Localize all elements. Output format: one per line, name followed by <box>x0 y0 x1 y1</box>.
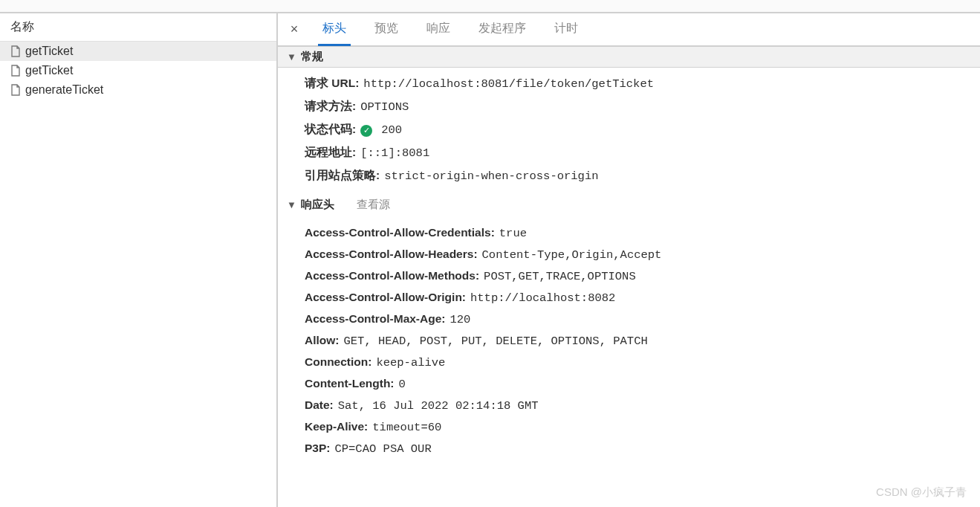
kv-val: 0 <box>399 378 406 391</box>
request-item-label: generateTicket <box>25 83 103 97</box>
file-icon <box>10 65 21 77</box>
kv-val: 200 <box>381 123 402 137</box>
kv-key: Access-Control-Max-Age: <box>305 312 445 326</box>
kv-key: Keep-Alive: <box>305 420 368 433</box>
response-header-row: Content-Length:0 <box>305 373 980 395</box>
kv-key: Access-Control-Allow-Headers: <box>305 248 478 261</box>
kv-val: timeout=60 <box>372 421 441 434</box>
kv-val: CP=CAO PSA OUR <box>334 442 431 456</box>
tab-0[interactable]: 标头 <box>318 13 351 46</box>
kv-key: Access-Control-Allow-Origin: <box>305 291 466 304</box>
tab-3[interactable]: 发起程序 <box>474 13 530 46</box>
general-row: 远程地址:[::1]:8081 <box>305 141 980 164</box>
section-general-title: 常规 <box>301 50 323 64</box>
kv-key: 状态代码: <box>305 122 356 138</box>
kv-key: 引用站点策略: <box>305 168 380 184</box>
section-general-header[interactable]: ▼ 常规 <box>278 46 980 68</box>
kv-key: Content-Length: <box>305 377 395 390</box>
requests-header: 名称 <box>0 13 276 42</box>
chevron-down-icon: ▼ <box>287 199 296 210</box>
response-header-row: Allow:GET, HEAD, POST, PUT, DELETE, OPTI… <box>305 330 980 352</box>
view-source-link[interactable]: 查看源 <box>357 198 390 212</box>
kv-val: [::1]:8081 <box>360 146 429 160</box>
kv-key: Access-Control-Allow-Credentials: <box>305 226 495 239</box>
request-item[interactable]: generateTicket <box>0 80 276 100</box>
response-header-row: Keep-Alive:timeout=60 <box>305 416 980 438</box>
general-row: 请求方法:OPTIONS <box>305 95 980 118</box>
request-item[interactable]: getTicket <box>0 61 276 80</box>
kv-val: keep-alive <box>376 356 445 369</box>
kv-key: Date: <box>305 398 334 412</box>
kv-val: strict-origin-when-cross-origin <box>384 169 598 183</box>
request-item-label: getTicket <box>25 45 73 58</box>
kv-key: 远程地址: <box>305 145 356 161</box>
top-divider <box>0 0 980 13</box>
kv-val: http://localhost:8082 <box>470 291 615 305</box>
section-response-body: Access-Control-Allow-Credentials:trueAcc… <box>278 218 980 464</box>
kv-val: POST,GET,TRACE,OPTIONS <box>484 270 636 283</box>
file-icon <box>10 84 21 96</box>
response-header-row: Access-Control-Allow-Methods:POST,GET,TR… <box>305 265 980 287</box>
kv-key: 请求 URL: <box>305 76 359 91</box>
general-row: 引用站点策略:strict-origin-when-cross-origin <box>305 164 980 187</box>
section-response-title: 响应头 <box>301 198 334 212</box>
tab-1[interactable]: 预览 <box>370 13 403 46</box>
requests-panel: 名称 getTicketgetTicketgenerateTicket <box>0 13 278 507</box>
kv-key: 请求方法: <box>305 99 356 114</box>
request-item-label: getTicket <box>25 64 73 77</box>
kv-val: Content-Type,Origin,Accept <box>482 248 662 262</box>
tab-4[interactable]: 计时 <box>550 13 583 46</box>
response-header-row: Connection:keep-alive <box>305 352 980 373</box>
kv-key: Connection: <box>305 355 371 369</box>
general-row: 请求 URL:http://localhost:8081/file/token/… <box>305 72 980 95</box>
kv-key: Access-Control-Allow-Methods: <box>305 269 479 282</box>
response-header-row: Access-Control-Allow-Origin:http://local… <box>305 287 980 309</box>
tab-2[interactable]: 响应 <box>422 13 455 46</box>
kv-val: OPTIONS <box>360 100 409 114</box>
kv-val: http://localhost:8081/file/token/getTick… <box>363 77 654 91</box>
kv-val: true <box>499 227 527 240</box>
status-ok-icon: ✓ <box>360 125 372 137</box>
kv-val: Sat, 16 Jul 2022 02:14:18 GMT <box>338 399 539 413</box>
response-header-row: Date:Sat, 16 Jul 2022 02:14:18 GMT <box>305 395 980 416</box>
file-icon <box>10 45 21 57</box>
watermark: CSDN @小疯子青 <box>876 485 967 500</box>
kv-key: Allow: <box>305 334 340 347</box>
response-header-row: Access-Control-Allow-Headers:Content-Typ… <box>305 244 980 265</box>
general-row: 状态代码:✓200 <box>305 118 980 141</box>
response-header-row: Access-Control-Allow-Credentials:true <box>305 222 980 244</box>
main-area: 名称 getTicketgetTicketgenerateTicket × 标头… <box>0 13 980 507</box>
kv-val: 120 <box>450 313 470 326</box>
tab-bar: × 标头预览响应发起程序计时 <box>278 13 980 46</box>
section-general-body: 请求 URL:http://localhost:8081/file/token/… <box>278 68 980 192</box>
details-panel: × 标头预览响应发起程序计时 ▼ 常规 请求 URL:http://localh… <box>278 13 980 507</box>
kv-val: GET, HEAD, POST, PUT, DELETE, OPTIONS, P… <box>344 335 648 348</box>
request-list: getTicketgetTicketgenerateTicket <box>0 42 276 100</box>
response-header-row: Access-Control-Max-Age:120 <box>305 309 980 330</box>
kv-key: P3P: <box>305 442 330 455</box>
chevron-down-icon: ▼ <box>287 51 296 62</box>
request-item[interactable]: getTicket <box>0 42 276 61</box>
close-icon[interactable]: × <box>284 19 305 40</box>
section-response-header[interactable]: ▼ 响应头 查看源 <box>278 192 980 218</box>
response-header-row: P3P:CP=CAO PSA OUR <box>305 438 980 459</box>
